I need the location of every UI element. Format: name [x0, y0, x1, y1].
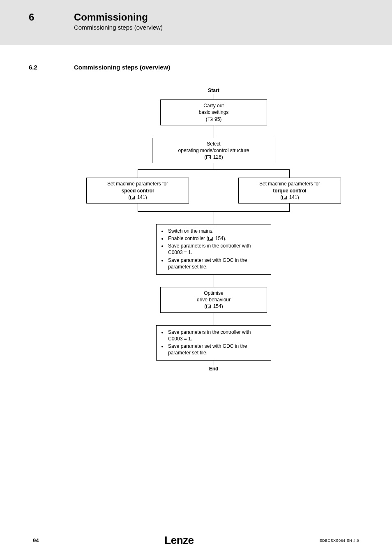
page-header: 6 Commissioning Commissioning steps (ove… — [0, 0, 392, 45]
flow-box-select-mode: Select operating mode/control structure … — [152, 138, 275, 164]
flow-split — [86, 169, 341, 178]
page-number: 94 — [33, 537, 39, 543]
flow-ref: ( 126) — [156, 154, 272, 160]
flow-text: Optimise — [164, 290, 263, 296]
book-icon — [130, 196, 135, 199]
flow-bullet: Save parameters in the controller with C… — [167, 243, 266, 256]
flow-end-label: End — [49, 365, 378, 372]
book-icon — [206, 305, 211, 308]
flow-box-switch-on: Switch on the mains. Enable controller (… — [156, 224, 271, 275]
page-footer: 94 Lenze EDBCSXS064 EN 4.0 — [0, 534, 392, 547]
document-id: EDBCSXS064 EN 4.0 — [319, 539, 359, 543]
flow-start-label: Start — [49, 87, 378, 94]
flow-text: torque control — [242, 187, 337, 194]
flow-ref: ( 141) — [90, 194, 185, 201]
flow-text: Carry out — [164, 102, 263, 109]
brand-logo: Lenze — [164, 534, 194, 547]
flow-merge — [86, 204, 341, 212]
flow-text: speed control — [90, 187, 185, 194]
flow-bullet: Save parameter set with GDC in the param… — [167, 257, 266, 270]
flow-bullet: Enable controller ( 154). — [167, 235, 266, 242]
flow-text: basic settings — [164, 109, 263, 116]
flow-box-speed-control: Set machine parameters for speed control… — [86, 178, 189, 204]
flow-box-optimise: Optimise drive behaviour ( 154) — [160, 287, 267, 313]
flow-bullet: Save parameter set with GDC in the param… — [167, 343, 266, 356]
flow-bullet: Switch on the mains. — [167, 228, 266, 234]
book-icon — [208, 237, 213, 240]
flow-box-basic-settings: Carry out basic settings ( 95) — [160, 99, 267, 125]
flow-ref: ( 95) — [164, 116, 263, 123]
section-heading: 6.2 Commissioning steps (overview) — [29, 64, 392, 71]
flow-text: Select — [156, 141, 272, 147]
book-icon — [208, 118, 212, 121]
flow-branch: Set machine parameters for speed control… — [86, 178, 341, 204]
book-icon — [206, 155, 211, 159]
book-icon — [282, 196, 287, 199]
flow-text: drive behaviour — [164, 296, 263, 303]
chapter-title: Commissioning — [74, 12, 148, 23]
section-title: Commissioning steps (overview) — [74, 64, 170, 71]
chapter-number: 6 — [29, 12, 74, 23]
flow-text: Set machine parameters for — [242, 180, 337, 187]
flow-text: Set machine parameters for — [90, 180, 185, 187]
flowchart: Start Carry out basic settings ( 95) Sel… — [49, 87, 378, 372]
flow-ref: ( 141) — [242, 194, 337, 201]
flow-ref: ( 154) — [164, 303, 263, 310]
flow-box-torque-control: Set machine parameters for torque contro… — [238, 178, 341, 204]
section-number: 6.2 — [29, 64, 74, 71]
flow-box-save-final: Save parameters in the controller with C… — [156, 325, 271, 361]
flow-text: operating mode/control structure — [156, 147, 272, 154]
chapter-subtitle: Commissioning steps (overview) — [74, 24, 392, 31]
flow-bullet: Save parameters in the controller with C… — [167, 329, 266, 342]
